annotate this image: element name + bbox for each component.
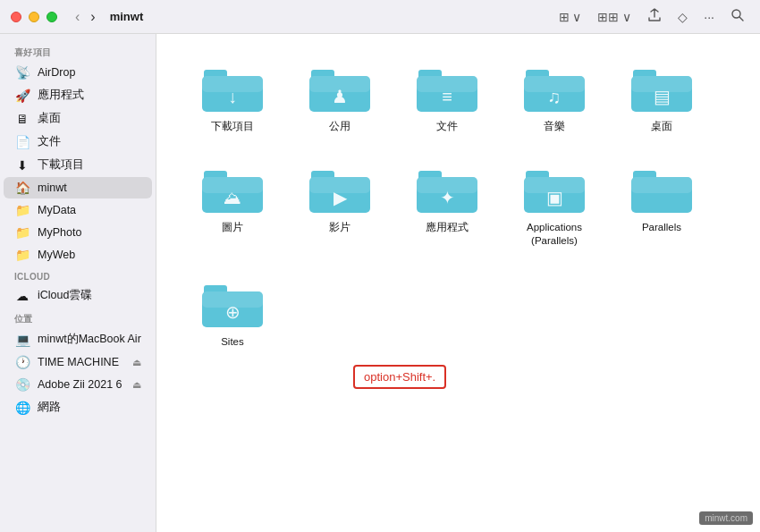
folder-item-music[interactable]: ♫音樂 [505, 55, 604, 139]
folder-item-public[interactable]: ♟公用 [291, 55, 389, 139]
folder-grid: ↓下載項目♟公用≡文件♫音樂▤桌面⛰圖片▶影片✦應用程式▣Application… [183, 55, 733, 354]
folder-label-downloads: 下載項目 [211, 120, 254, 133]
share-icon[interactable] [643, 6, 666, 27]
folder-item-applications-parallels[interactable]: ▣Applications (Parallels) [505, 156, 604, 253]
folder-item-movies[interactable]: ▶影片 [291, 156, 389, 253]
sidebar-item-airdrop[interactable]: 📡AirDrop [4, 62, 152, 83]
svg-text:▶: ▶ [334, 188, 348, 207]
sidebar-item-mydata[interactable]: 📁MyData [4, 199, 152, 221]
sidebar-item-macbook[interactable]: 💻minwt的MacBook Air [4, 328, 152, 350]
sidebar-item-timemachine[interactable]: 🕐TIME MACHINE⏏ [4, 351, 152, 373]
zoom-button[interactable] [46, 12, 57, 22]
shortcut-popup: option+Shift+. [353, 365, 446, 389]
downloads-icon: ⬇ [14, 158, 30, 173]
tag-icon[interactable]: ◇ [673, 8, 692, 26]
folder-item-desktop[interactable]: ▤桌面 [612, 55, 711, 139]
sidebar-section-label: iCloud [0, 266, 156, 283]
adobezii-icon: 💿 [14, 377, 30, 392]
watermark: minwt.com [699, 511, 753, 525]
navigation-buttons: ‹ › [72, 7, 99, 27]
view-apps-icon[interactable]: ⊞⊞ ∨ [593, 8, 636, 26]
folder-label-movies: 影片 [329, 221, 350, 234]
folder-icon-documents: ≡ [415, 61, 479, 114]
sidebar-item-minwt[interactable]: 🏠minwt [4, 177, 152, 198]
mydata-icon: 📁 [14, 203, 30, 217]
window-title: minwt [110, 10, 144, 23]
folder-label-applications-parallels: Applications (Parallels) [511, 221, 598, 248]
sidebar-item-label-minwt: minwt [38, 182, 67, 194]
close-button[interactable] [11, 12, 21, 22]
sidebar-item-myphoto[interactable]: 📁MyPhoto [4, 222, 152, 243]
titlebar: ‹ › minwt ⊞ ∨ ⊞⊞ ∨ ◇ ··· [0, 0, 760, 34]
sidebar-item-adobezii[interactable]: 💿Adobe Zii 2021 6⏏ [4, 374, 152, 395]
svg-rect-50 [631, 177, 692, 193]
sidebar-item-label-macbook: minwt的MacBook Air [38, 332, 141, 347]
folder-item-pictures[interactable]: ⛰圖片 [183, 156, 282, 253]
sidebar-item-label-myweb: MyWeb [38, 249, 75, 261]
sidebar-item-applications[interactable]: 🚀應用程式 [4, 84, 152, 106]
folder-label-desktop: 桌面 [651, 120, 672, 133]
svg-line-1 [739, 17, 743, 21]
timemachine-icon: 🕐 [14, 355, 30, 369]
sidebar-item-label-airdrop: AirDrop [38, 66, 75, 79]
svg-text:♟: ♟ [332, 87, 348, 106]
folder-item-parallels[interactable]: Parallels [612, 156, 711, 253]
eject-icon-adobezii[interactable]: ⏏ [132, 379, 141, 391]
svg-text:♫: ♫ [548, 87, 562, 106]
svg-text:⊕: ⊕ [225, 302, 241, 322]
desktop-icon: 🖥 [14, 112, 30, 126]
eject-icon-timemachine[interactable]: ⏏ [132, 357, 141, 368]
more-icon[interactable]: ··· [699, 8, 719, 26]
folder-item-sites[interactable]: ⊕Sites [183, 271, 282, 354]
icloud-icon: ☁ [14, 289, 30, 303]
sidebar-item-label-documents: 文件 [38, 134, 61, 149]
folder-item-downloads[interactable]: ↓下載項目 [183, 55, 282, 139]
sidebar-item-downloads[interactable]: ⬇下載項目 [4, 154, 152, 176]
folder-label-apps: 應用程式 [426, 221, 469, 234]
applications-icon: 🚀 [14, 89, 30, 103]
folder-item-apps[interactable]: ✦應用程式 [398, 156, 496, 253]
forward-button[interactable]: › [87, 7, 98, 27]
main-layout: 喜好項目📡AirDrop🚀應用程式🖥桌面📄文件⬇下載項目🏠minwt📁MyDat… [0, 34, 760, 532]
folder-label-music: 音樂 [544, 120, 565, 133]
sidebar-item-label-desktop: 桌面 [38, 111, 61, 126]
svg-text:⛰: ⛰ [224, 188, 241, 207]
sidebar-section-label: 位置 [0, 308, 156, 327]
folder-icon-desktop: ▤ [629, 61, 694, 114]
airdrop-icon: 📡 [14, 65, 30, 80]
sidebar-item-myweb[interactable]: 📁MyWeb [4, 244, 152, 266]
folder-icon-pictures: ⛰ [200, 162, 265, 215]
sidebar-item-label-downloads: 下載項目 [38, 157, 84, 173]
sidebar: 喜好項目📡AirDrop🚀應用程式🖥桌面📄文件⬇下載項目🏠minwt📁MyDat… [0, 34, 156, 532]
minwt-icon: 🏠 [14, 181, 30, 195]
back-button[interactable]: ‹ [72, 7, 83, 27]
minimize-button[interactable] [29, 12, 39, 22]
toolbar-actions: ⊞ ∨ ⊞⊞ ∨ ◇ ··· [554, 6, 749, 27]
network-icon: 🌐 [14, 401, 30, 415]
folder-label-sites: Sites [221, 335, 244, 349]
folder-item-documents[interactable]: ≡文件 [398, 55, 496, 139]
sidebar-item-label-applications: 應用程式 [38, 88, 84, 103]
sidebar-item-desktop[interactable]: 🖥桌面 [4, 107, 152, 130]
folder-icon-sites: ⊕ [200, 276, 265, 330]
folder-icon-parallels [629, 162, 694, 215]
folder-icon-applications-parallels: ▣ [522, 162, 587, 215]
folder-icon-apps: ✦ [415, 162, 479, 215]
folder-icon-music: ♫ [522, 61, 587, 114]
myphoto-icon: 📁 [14, 225, 30, 240]
myweb-icon: 📁 [14, 248, 30, 262]
folder-icon-movies: ▶ [308, 162, 372, 215]
view-grid-icon[interactable]: ⊞ ∨ [554, 8, 587, 26]
folder-icon-public: ♟ [308, 61, 372, 114]
sidebar-item-label-network: 網路 [38, 400, 61, 415]
search-icon[interactable] [726, 6, 749, 27]
sidebar-item-label-icloud: iCloud雲碟 [38, 288, 92, 303]
folder-label-public: 公用 [329, 120, 350, 133]
sidebar-item-network[interactable]: 🌐網路 [4, 396, 152, 418]
folder-icon-downloads: ↓ [200, 61, 265, 114]
sidebar-item-label-timemachine: TIME MACHINE [38, 356, 119, 368]
sidebar-item-documents[interactable]: 📄文件 [4, 131, 152, 153]
sidebar-item-icloud[interactable]: ☁iCloud雲碟 [4, 284, 152, 307]
svg-text:↓: ↓ [228, 87, 237, 106]
content-area: ↓下載項目♟公用≡文件♫音樂▤桌面⛰圖片▶影片✦應用程式▣Application… [156, 34, 760, 532]
